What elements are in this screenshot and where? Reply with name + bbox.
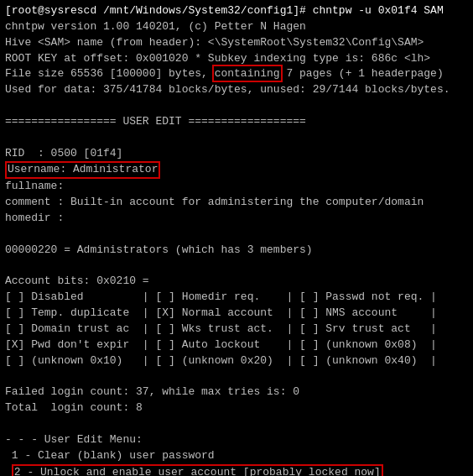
- line-bits-1: [ ] Disabled | [ ] Homedir req. | [ ] Pa…: [5, 290, 468, 306]
- line-4: File size 65536 [100000] bytes, containi…: [5, 66, 468, 82]
- line-admin-group: 00000220 = Administrators (which has 3 m…: [5, 243, 468, 259]
- line-1: chntpw version 1.00 140201, (c) Petter N…: [5, 19, 468, 35]
- username-highlight: Username: Administrator: [5, 161, 160, 179]
- line-total-login: Total login count: 8: [5, 400, 468, 416]
- line-menu-2: 2 - Unlock and enable user account [prob…: [5, 464, 468, 476]
- line-fullname: fullname:: [5, 179, 468, 195]
- line-blank-3: [5, 227, 468, 243]
- line-3: ROOT KEY at offset: 0x001020 * Subkey in…: [5, 51, 468, 67]
- line-2: Hive <SAM> name (from header): <\SystemR…: [5, 35, 468, 51]
- line-bits-3: [ ] Domain trust ac | [ ] Wks trust act.…: [5, 322, 468, 337]
- containing-highlight: containing: [215, 67, 280, 80]
- line-comment: comment : Built-in account for administe…: [5, 195, 468, 211]
- line-menu-header: - - - User Edit Menu:: [5, 432, 468, 448]
- terminal-window: [root@sysrescd /mnt/Windows/System32/con…: [0, 0, 473, 476]
- line-homedir: homedir :: [5, 211, 468, 227]
- line-menu-1: 1 - Clear (blank) user password: [5, 448, 468, 464]
- line-5: Used for data: 375/41784 blocks/bytes, u…: [5, 82, 468, 98]
- line-blank-5: [5, 369, 468, 384]
- line-bits-2: [ ] Temp. duplicate | [X] Normal account…: [5, 306, 468, 322]
- menu-item-2-highlight: 2 - Unlock and enable user account [prob…: [12, 464, 383, 476]
- line-blank-4: [5, 259, 468, 275]
- prompt-line: [root@sysrescd /mnt/Windows/System32/con…: [5, 3, 468, 19]
- line-rid: RID : 0500 [01f4]: [5, 146, 468, 162]
- line-account-bits-header: Account bits: 0x0210 =: [5, 274, 468, 290]
- line-bits-4: [X] Pwd don't expir | [ ] Auto lockout |…: [5, 337, 468, 353]
- line-blank-6: [5, 416, 468, 432]
- line-failed-login: Failed login count: 37, while max tries …: [5, 384, 468, 400]
- line-bits-5: [ ] (unknown 0x10) | [ ] (unknown 0x20) …: [5, 353, 468, 369]
- line-blank-2: [5, 130, 468, 146]
- line-blank-1: [5, 98, 468, 114]
- line-username: Username: Administrator: [5, 161, 468, 179]
- line-user-edit: ================= USER EDIT ============…: [5, 114, 468, 130]
